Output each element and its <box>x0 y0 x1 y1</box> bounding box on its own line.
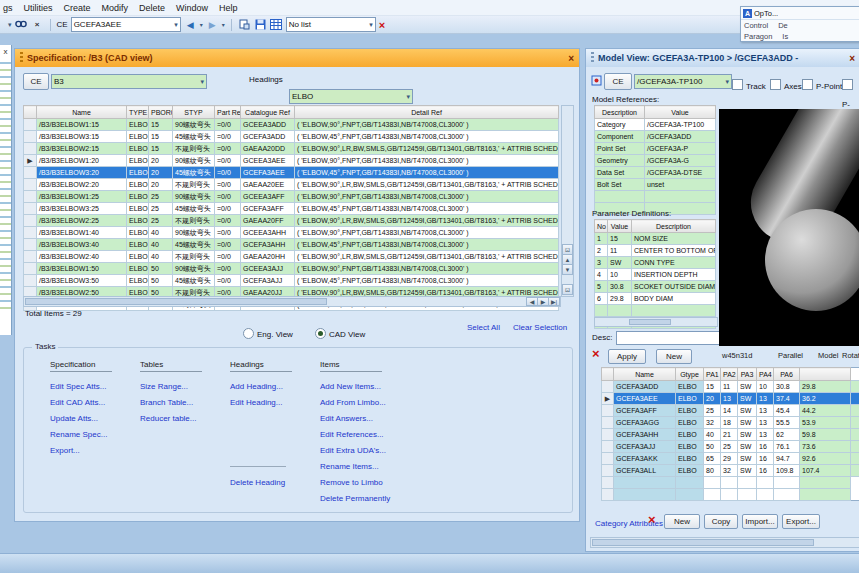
cell[interactable]: 92.6 <box>800 453 851 465</box>
column-header[interactable]: Part Ref <box>215 106 241 119</box>
drag-grip-icon[interactable] <box>20 52 23 64</box>
row-selector[interactable] <box>24 215 37 227</box>
cell[interactable]: 16 <box>757 453 774 465</box>
new-button[interactable]: New <box>664 514 700 529</box>
table-row[interactable]: /B3/B3ELBOW1:40ELBO4090螺纹弯头=0/0GCEEA3AHH… <box>24 227 559 239</box>
radio-icon[interactable] <box>243 328 254 339</box>
cell[interactable]: NOM SIZE <box>632 233 716 245</box>
cell[interactable]: SW <box>608 257 632 269</box>
table-row[interactable]: GCEFA3AKKELBO6529SW1694.792.6 <box>602 453 859 465</box>
cell[interactable]: GCEEA3AHH <box>241 227 295 239</box>
row-selector[interactable] <box>602 381 614 393</box>
cell[interactable]: 32 <box>721 465 738 477</box>
cell[interactable]: =0/0 <box>215 179 241 191</box>
cell[interactable]: 3 <box>595 257 608 269</box>
nav-back-dropdown-icon[interactable]: ▾ <box>200 21 203 28</box>
cell[interactable]: 5 <box>595 281 608 293</box>
optool-titlebar[interactable]: A OpTo... <box>741 7 859 20</box>
menu-item-utilities[interactable]: Utilities <box>24 3 53 13</box>
cell[interactable]: /B3/B3ELBOW3:50 <box>37 275 127 287</box>
cell[interactable]: 32 <box>704 417 721 429</box>
cell[interactable]: GCEFA3AFF <box>241 203 295 215</box>
cell[interactable]: 20 <box>149 155 173 167</box>
checkbox-icon[interactable] <box>802 79 813 90</box>
cell[interactable]: /GCEFA3A-P <box>645 143 716 155</box>
cell[interactable]: /B3/B3ELBOW3:40 <box>37 239 127 251</box>
row-selector[interactable] <box>602 405 614 417</box>
table-row[interactable]: 629.8BODY DIAM <box>595 293 716 305</box>
cell[interactable]: GCEFA3AFF <box>614 405 676 417</box>
cell[interactable]: =0/0 <box>215 191 241 203</box>
cell[interactable]: 25 <box>721 441 738 453</box>
scroll-down-icon[interactable]: ▼ <box>562 264 573 275</box>
cell[interactable]: 37.4 <box>774 393 800 405</box>
menu-item-help[interactable]: Help <box>219 3 238 13</box>
cell[interactable]: SW <box>738 405 757 417</box>
spec-ce-button[interactable]: CE <box>23 73 49 90</box>
table-row[interactable]: /B3/B3ELBOW1:15ELBO1590螺纹弯头=0/0GCEEA3ADD… <box>24 119 559 131</box>
task-link[interactable]: Add New Items... <box>320 382 381 391</box>
cell[interactable]: 44.2 <box>800 405 851 417</box>
save-icon[interactable] <box>254 18 267 31</box>
task-link[interactable]: Rename Items... <box>320 462 379 471</box>
cell[interactable]: 25 <box>149 191 173 203</box>
cell[interactable]: /B3/B3ELBOW3:25 <box>37 203 127 215</box>
cell[interactable]: ELBO <box>127 275 149 287</box>
row-selector[interactable] <box>602 429 614 441</box>
cell[interactable]: GCEEA3AFF <box>241 191 295 203</box>
cell[interactable]: /B3/B3ELBOW2:25 <box>37 215 127 227</box>
cell[interactable]: /B3/B3ELBOW1:50 <box>37 263 127 275</box>
nav-last-icon[interactable]: ▶| <box>548 297 560 306</box>
checkbox-icon[interactable] <box>842 79 853 90</box>
table-row[interactable]: 410INSERTION DEPTH <box>595 269 716 281</box>
cell[interactable]: ELBO <box>127 131 149 143</box>
cell[interactable]: ( 'ELBOW,90°,LR,BW,SMLS,GB/T12459I,GB/T1… <box>295 179 559 191</box>
table-row[interactable]: 530.8SCOKET OUTSIDE DIAM <box>595 281 716 293</box>
cell[interactable]: GAEAA20FF <box>241 215 295 227</box>
checkbox-icon[interactable] <box>770 79 781 90</box>
optool-row-label[interactable]: Control <box>744 21 768 30</box>
scroll-page-icon[interactable]: ⊡ <box>562 284 573 295</box>
table-row[interactable]: /B3/B3ELBOW3:20ELBO2045螺纹弯头=0/0GCEFA3AEE… <box>24 167 559 179</box>
cell[interactable]: /B3/B3ELBOW1:25 <box>37 191 127 203</box>
cell[interactable]: 16 <box>757 465 774 477</box>
cell[interactable]: ELBO <box>676 393 704 405</box>
cell[interactable]: GCEEA3AJJ <box>241 263 295 275</box>
cell[interactable]: /B3/B3ELBOW2:40 <box>37 251 127 263</box>
delete-category-icon[interactable]: × <box>648 515 656 525</box>
table-row[interactable]: GCEFA3AGGELBO3218SW1355.553.9 <box>602 417 859 429</box>
spec-combo[interactable]: B3▾ <box>51 74 207 89</box>
cell[interactable]: ( 'ELBOW,90°,FNPT,GB/T14383I,NB/T47008,C… <box>295 227 559 239</box>
table-row[interactable]: 3SWCONN TYPE <box>595 257 716 269</box>
cell[interactable]: 30.8 <box>774 381 800 393</box>
new-desc-button[interactable]: New <box>656 349 692 364</box>
row-selector[interactable] <box>602 453 614 465</box>
cell[interactable]: GCEFA3AEE <box>614 393 676 405</box>
heading-combo[interactable]: ELBO▾ <box>289 89 413 104</box>
cell[interactable]: ( 'ELBOW,90°,FNPT,GB/T14383I,NB/T47008,C… <box>295 263 559 275</box>
cell[interactable] <box>850 453 859 465</box>
cell[interactable]: SW <box>738 429 757 441</box>
row-selector[interactable] <box>24 203 37 215</box>
apply-button[interactable]: Apply <box>608 349 646 364</box>
cell[interactable]: ( 'ELBOW,45°,FNPT,GB/T14383I,NB/T47008,C… <box>295 203 559 215</box>
ce-element-combo[interactable]: GCEFA3AEE▾ <box>71 17 181 32</box>
model-view-titlebar[interactable]: Model View: GCEFA3A-TP100 > /GCEFA3ADD -… <box>586 49 859 67</box>
cell[interactable]: =0/0 <box>215 215 241 227</box>
cell[interactable]: 29.8 <box>800 381 851 393</box>
list-view-icon[interactable] <box>270 18 283 31</box>
model-references-table[interactable]: DescriptionValueCategory/GCEFA3A-TP100Co… <box>594 105 716 215</box>
delete-desc-icon[interactable]: × <box>592 349 600 359</box>
cell[interactable]: 不规则弯头 <box>173 215 215 227</box>
table-row[interactable]: GCEFA3AHHELBO4021SW136259.8 <box>602 429 859 441</box>
spec-horizontal-scrollbar[interactable]: ◀ ▶ ▶| <box>23 296 561 307</box>
cell[interactable]: 80 <box>704 465 721 477</box>
cell[interactable]: 30.8 <box>608 281 632 293</box>
row-selector[interactable] <box>24 275 37 287</box>
cell[interactable] <box>850 405 859 417</box>
copy-settings-icon[interactable] <box>238 18 251 31</box>
cell[interactable]: 21 <box>721 429 738 441</box>
p-points-checkbox[interactable]: P-Points <box>802 75 846 93</box>
optool-row-label[interactable]: Paragon <box>744 32 772 41</box>
table-row[interactable]: ▶GCEFA3AEEELBO2013SW1337.436.2 <box>602 393 859 405</box>
